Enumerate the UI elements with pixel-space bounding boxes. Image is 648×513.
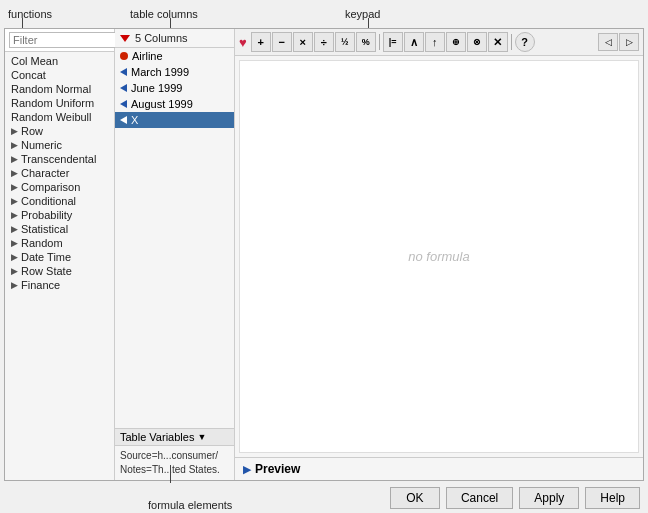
col-june-1999[interactable]: June 1999 [115, 80, 234, 96]
col-blue-sel-icon [120, 116, 127, 124]
heart-icon: ♥ [239, 35, 247, 50]
kp-times-btn[interactable]: × [293, 32, 313, 52]
kp-up-btn[interactable]: ↑ [425, 32, 445, 52]
func-random[interactable]: ▶Random [5, 236, 114, 250]
col-airline[interactable]: Airline [115, 48, 234, 64]
kp-divide-btn[interactable]: ÷ [314, 32, 334, 52]
kp-help-btn[interactable]: ? [515, 32, 535, 52]
table-variables-label: Table Variables [120, 431, 194, 443]
table-variables-section: Table Variables ▼ Source=h...consumer/ N… [115, 428, 234, 480]
preview-label: Preview [255, 462, 300, 476]
kp-circle-plus-btn[interactable]: ⊕ [446, 32, 466, 52]
func-date-time[interactable]: ▶Date Time [5, 250, 114, 264]
help-button[interactable]: Help [585, 487, 640, 509]
table-columns-annotation: table columns [130, 8, 198, 20]
kp-percent-btn[interactable]: % [356, 32, 376, 52]
col-blue-icon [120, 84, 127, 92]
func-transcendental[interactable]: ▶Transcendental [5, 152, 114, 166]
kp-caret-btn[interactable]: ∧ [404, 32, 424, 52]
func-random-uniform[interactable]: Random Uniform [5, 96, 114, 110]
cancel-button[interactable]: Cancel [446, 487, 513, 509]
dialog-top: 🔍 Col Mean Concat Random Normal Random U… [5, 29, 643, 480]
apply-button[interactable]: Apply [519, 487, 579, 509]
preview-section: ▶ Preview [235, 457, 643, 480]
button-bar: OK Cancel Apply Help [0, 483, 648, 513]
dialog: 🔍 Col Mean Concat Random Normal Random U… [4, 28, 644, 481]
kp-sep1 [379, 34, 380, 50]
source-line: Source=h...consumer/ [120, 449, 229, 463]
kp-circle-times-btn[interactable]: ⊗ [467, 32, 487, 52]
kp-plus-btn[interactable]: + [251, 32, 271, 52]
col-blue-icon [120, 100, 127, 108]
middle-panel: 5 Columns Airline March 1999 June 1999 [115, 29, 235, 480]
no-formula-text: no formula [408, 249, 469, 264]
functions-annotation: functions [8, 8, 52, 20]
formula-elements-annotation: formula elements [148, 499, 232, 511]
func-row-state[interactable]: ▶Row State [5, 264, 114, 278]
right-panel: ♥ + − × ÷ ½ % |= ∧ ↑ ⊕ ⊗ ✕ ? ◁ ▷ [235, 29, 643, 480]
func-comparison[interactable]: ▶Comparison [5, 180, 114, 194]
kp-forward-btn[interactable]: ▷ [619, 33, 639, 51]
func-statistical[interactable]: ▶Statistical [5, 222, 114, 236]
table-variables-body: Source=h...consumer/ Notes=Th...ted Stat… [115, 446, 234, 480]
func-random-normal[interactable]: Random Normal [5, 82, 114, 96]
func-character[interactable]: ▶Character [5, 166, 114, 180]
col-august-1999[interactable]: August 1999 [115, 96, 234, 112]
func-probability[interactable]: ▶Probability [5, 208, 114, 222]
columns-count: 5 Columns [135, 32, 188, 44]
kp-cross-btn[interactable]: ✕ [488, 32, 508, 52]
func-conditional[interactable]: ▶Conditional [5, 194, 114, 208]
ok-button[interactable]: OK [390, 487, 440, 509]
preview-arrow-icon: ▶ [243, 463, 251, 476]
func-numeric[interactable]: ▶Numeric [5, 138, 114, 152]
kp-minus-btn[interactable]: − [272, 32, 292, 52]
kp-sep2 [511, 34, 512, 50]
columns-triangle-icon [120, 35, 130, 42]
filter-row: 🔍 [5, 29, 114, 52]
func-random-weibull[interactable]: Random Weibull [5, 110, 114, 124]
formula-area[interactable]: no formula [239, 60, 639, 453]
columns-panel: 5 Columns Airline March 1999 June 1999 [115, 29, 235, 428]
dropdown-arrow-icon[interactable]: ▼ [197, 432, 206, 442]
col-blue-icon [120, 68, 127, 76]
func-row[interactable]: ▶Row [5, 124, 114, 138]
functions-panel: 🔍 Col Mean Concat Random Normal Random U… [5, 29, 115, 480]
kp-half-btn[interactable]: ½ [335, 32, 355, 52]
table-variables-header: Table Variables ▼ [115, 429, 234, 446]
formula-elements-line [170, 465, 171, 483]
columns-header: 5 Columns [115, 29, 234, 48]
func-concat[interactable]: Concat [5, 68, 114, 82]
keypad-annotation: keypad [345, 8, 380, 20]
col-march-1999[interactable]: March 1999 [115, 64, 234, 80]
kp-eq-btn[interactable]: |= [383, 32, 403, 52]
func-col-mean[interactable]: Col Mean [5, 54, 114, 68]
keypad-toolbar: ♥ + − × ÷ ½ % |= ∧ ↑ ⊕ ⊗ ✕ ? ◁ ▷ [235, 29, 643, 56]
functions-list: Col Mean Concat Random Normal Random Uni… [5, 52, 114, 480]
kp-back-btn[interactable]: ◁ [598, 33, 618, 51]
columns-list: Airline March 1999 June 1999 August 1999 [115, 48, 234, 428]
col-x[interactable]: X [115, 112, 234, 128]
func-finance[interactable]: ▶Finance [5, 278, 114, 292]
col-red-icon [120, 52, 128, 60]
notes-line: Notes=Th...ted States. [120, 463, 229, 477]
